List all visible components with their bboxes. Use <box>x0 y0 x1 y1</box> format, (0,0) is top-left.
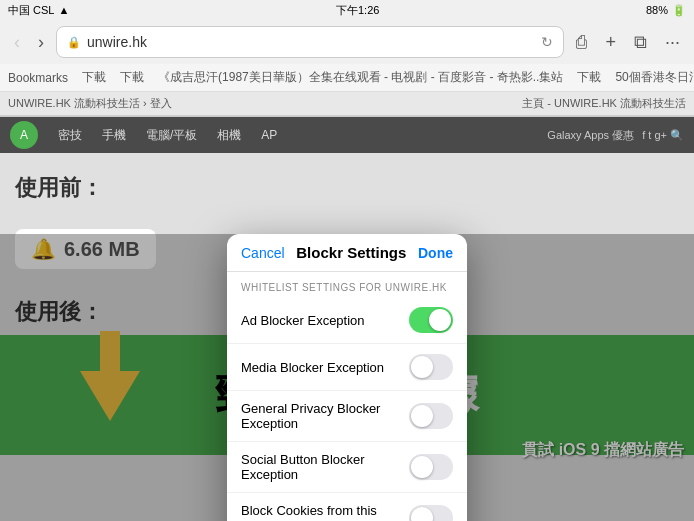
lock-icon: 🔒 <box>67 36 81 49</box>
privacy-blocker-toggle[interactable] <box>409 403 453 429</box>
media-blocker-row: Media Blocker Exception <box>227 344 467 391</box>
social-blocker-row: Social Button Blocker Exception <box>227 442 467 493</box>
cookies-toggle-thumb <box>411 507 433 521</box>
bookmark-item-5[interactable]: 50個香港冬日消遣好節目丨CNNGo.com <box>615 69 694 86</box>
refresh-icon[interactable]: ↻ <box>541 34 553 50</box>
nav-right-buttons: ⎙ + ⧉ ··· <box>570 30 686 55</box>
share-icons: f t g+ 🔍 <box>642 129 684 142</box>
ad-blocker-toggle[interactable] <box>409 307 453 333</box>
page-nav-xiangji[interactable]: 相機 <box>217 127 241 144</box>
bookmark-item-3[interactable]: 《成吉思汗(1987美日華版）全集在线观看 - 电视剧 - 百度影音 - 奇热影… <box>158 69 563 86</box>
ad-blocker-row: Ad Blocker Exception <box>227 297 467 344</box>
media-blocker-toggle-thumb <box>411 356 433 378</box>
more-button[interactable]: ··· <box>659 30 686 55</box>
ad-blocker-label: Ad Blocker Exception <box>241 313 409 328</box>
media-blocker-label: Media Blocker Exception <box>241 360 409 375</box>
modal-dialog: Cancel Blockr Settings Done WHITELIST SE… <box>227 234 467 521</box>
modal-backdrop: Cancel Blockr Settings Done WHITELIST SE… <box>0 234 694 521</box>
social-blocker-toggle-thumb <box>411 456 433 478</box>
bookmark-item-1[interactable]: 下載 <box>82 69 106 86</box>
bookmark-item-4[interactable]: 下載 <box>577 69 601 86</box>
bookmark-bar: Bookmarks 下載 下載 《成吉思汗(1987美日華版）全集在线观看 - … <box>0 64 694 92</box>
page-nav: A 密技 手機 電腦/平板 相機 AP Galaxy Apps 優惠 f t g… <box>0 117 694 153</box>
cookies-toggle[interactable] <box>409 505 453 521</box>
back-button[interactable]: ‹ <box>8 30 26 55</box>
cookies-row: Block Cookies from this page <box>227 493 467 521</box>
page-nav-ap[interactable]: AP <box>261 128 277 142</box>
share-button[interactable]: ⎙ <box>570 30 593 55</box>
cancel-button[interactable]: Cancel <box>241 245 285 261</box>
nav-bar: ‹ › 🔒 unwire.hk ↻ ⎙ + ⧉ ··· <box>0 20 694 64</box>
social-blocker-toggle[interactable] <box>409 454 453 480</box>
forward-button[interactable]: › <box>32 30 50 55</box>
social-blocker-label: Social Button Blocker Exception <box>241 452 409 482</box>
site-bar-left: UNWIRE.HK 流動科技生活 › 登入 <box>8 96 172 111</box>
page-nav-miji[interactable]: 密技 <box>58 127 82 144</box>
galaxy-apps-btn[interactable]: Galaxy Apps 優惠 f t g+ 🔍 <box>547 128 684 143</box>
time-display: 下午1:26 <box>336 3 379 18</box>
url-text: unwire.hk <box>87 34 147 50</box>
tabs-button[interactable]: ⧉ <box>628 30 653 55</box>
galaxy-label: Galaxy Apps 優惠 <box>547 128 634 143</box>
media-blocker-toggle[interactable] <box>409 354 453 380</box>
before-label: 使用前： <box>15 175 103 200</box>
url-bar[interactable]: 🔒 unwire.hk ↻ <box>56 26 564 58</box>
cookies-label: Block Cookies from this page <box>241 503 409 521</box>
modal-title: Blockr Settings <box>296 244 406 261</box>
wifi-icon: ▲ <box>58 4 69 16</box>
ad-blocker-toggle-thumb <box>429 309 451 331</box>
site-bar: UNWIRE.HK 流動科技生活 › 登入 主頁 - UNWIRE.HK 流動科… <box>0 92 694 116</box>
browser-chrome: 中国 CSL ▲ 下午1:26 88% 🔋 ‹ › 🔒 unwire.hk ↻ … <box>0 0 694 116</box>
status-left: 中国 CSL ▲ <box>8 3 69 18</box>
page-background: A 密技 手機 電腦/平板 相機 AP Galaxy Apps 優惠 f t g… <box>0 117 694 521</box>
plus-button[interactable]: + <box>599 30 622 55</box>
done-button[interactable]: Done <box>418 245 453 261</box>
bookmark-item-2[interactable]: 下載 <box>120 69 144 86</box>
privacy-blocker-toggle-thumb <box>411 405 433 427</box>
status-right: 88% 🔋 <box>646 4 686 17</box>
carrier-text: 中国 CSL <box>8 3 54 18</box>
page-nav-diannao[interactable]: 電腦/平板 <box>146 127 197 144</box>
battery-icon: 🔋 <box>672 4 686 17</box>
status-bar: 中国 CSL ▲ 下午1:26 88% 🔋 <box>0 0 694 20</box>
modal-header: Cancel Blockr Settings Done <box>227 234 467 272</box>
privacy-blocker-label: General Privacy Blocker Exception <box>241 401 409 431</box>
bookmark-item-bookmarks[interactable]: Bookmarks <box>8 71 68 85</box>
privacy-blocker-row: General Privacy Blocker Exception <box>227 391 467 442</box>
whitelist-section-header: WHITELIST SETTINGS FOR UNWIRE.HK <box>227 272 467 297</box>
page-nav-shoujia[interactable]: 手機 <box>102 127 126 144</box>
site-bar-right: 主頁 - UNWIRE.HK 流動科技生活 <box>522 96 686 111</box>
page-nav-logo: A <box>10 121 38 149</box>
battery-text: 88% <box>646 4 668 16</box>
